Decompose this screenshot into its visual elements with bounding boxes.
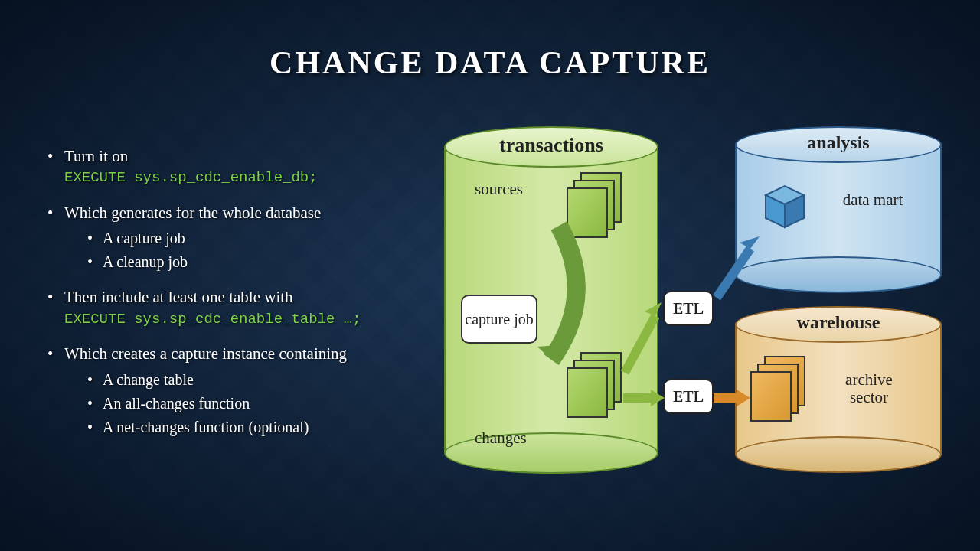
bullet-2: Which generates for the whole database A… (47, 202, 415, 272)
bullet-4c: A net-changes function (optional) (64, 417, 415, 438)
bullet-4-text: Which creates a capture instance contain… (64, 344, 347, 363)
bullet-3: Then include at least one table with EXE… (47, 286, 415, 329)
bullet-4a: A change table (64, 370, 415, 390)
label-analysis: analysis (735, 132, 942, 153)
code-enable-db: EXECUTE sys.sp_cdc_enable_db; (64, 168, 415, 188)
slide-title: CHANGE DATA CAPTURE (0, 0, 980, 81)
bullet-1-text: Turn it on (64, 147, 128, 165)
svg-marker-9 (740, 236, 760, 249)
svg-marker-7 (651, 390, 665, 406)
label-archive-sector: archive sector (835, 371, 903, 406)
label-transactions: transactions (444, 134, 658, 157)
arrow-etl-to-analysis-icon (712, 233, 766, 302)
stack-archive-icon (750, 356, 805, 423)
etl-box-warehouse: ETL (663, 379, 714, 414)
etl-box-analysis: ETL (663, 291, 714, 326)
bullet-2b: A cleanup job (64, 252, 415, 272)
code-enable-table: EXECUTE sys.sp_cdc_enable_table …; (64, 310, 415, 330)
svg-marker-11 (737, 390, 750, 406)
bullet-4b: An all-changes function (64, 393, 415, 414)
svg-line-4 (625, 316, 655, 373)
bullet-3-text: Then include at least one table with (64, 288, 293, 306)
arrow-changes-to-etl1-icon (620, 301, 666, 377)
label-changes: changes (475, 429, 527, 448)
svg-line-8 (717, 249, 750, 298)
label-sources: sources (475, 180, 523, 199)
bullet-1: Turn it on EXECUTE sys.sp_cdc_enable_db; (47, 145, 415, 188)
bullet-4: Which creates a capture instance contain… (47, 343, 415, 437)
arrow-changes-to-etl2-icon (623, 386, 666, 409)
diagram: transactions analysis warehouse sources … (436, 126, 957, 509)
label-warehouse: warehouse (735, 312, 942, 333)
label-data-mart: data mart (842, 191, 903, 209)
capture-job-box: capture job (461, 295, 537, 344)
bullet-2-text: Which generates for the whole database (64, 204, 321, 222)
cube-data-mart-icon (758, 180, 812, 233)
bullet-2a: A capture job (64, 228, 415, 249)
bullet-content: Turn it on EXECUTE sys.sp_cdc_enable_db;… (47, 145, 415, 452)
arrow-etl-to-warehouse-icon (714, 386, 752, 409)
svg-marker-5 (645, 302, 662, 316)
